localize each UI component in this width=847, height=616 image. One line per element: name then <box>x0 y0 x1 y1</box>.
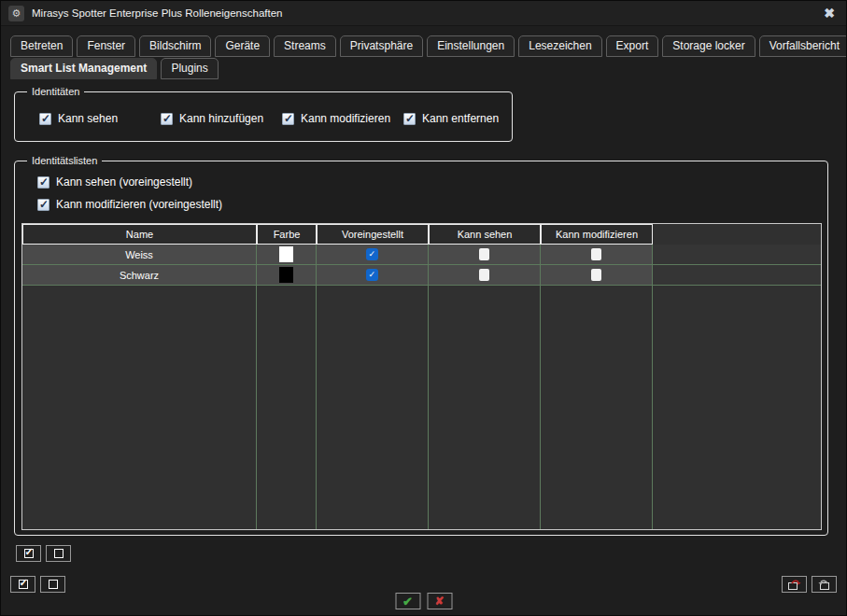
cell-name: Weiss <box>22 245 257 265</box>
checked-checkbox-icon[interactable] <box>366 248 378 260</box>
cell-voreingestellt <box>317 265 429 286</box>
deselect-all-button[interactable] <box>46 545 71 562</box>
main-tab-bar: Betreten Fenster Bildschirm Geräte Strea… <box>10 35 847 57</box>
x-icon: ✘ <box>434 595 444 607</box>
deselect-all-button[interactable] <box>40 576 65 593</box>
cell-voreingestellt <box>317 245 429 265</box>
tab-privatsphaere[interactable]: Privatsphäre <box>340 35 423 57</box>
tab-betreten[interactable]: Betreten <box>10 35 73 57</box>
color-swatch-white <box>279 246 293 262</box>
cell-kann-sehen <box>429 265 541 286</box>
cell-kann-modifizieren <box>541 265 653 286</box>
check-icon: ✔ <box>402 595 413 608</box>
checked-checkbox-icon <box>37 199 49 211</box>
checkbox-label: Kann modifizieren (voreingestellt) <box>56 198 222 211</box>
select-all-button[interactable] <box>16 545 41 562</box>
cell-filler <box>653 245 821 265</box>
cell-kann-modifizieren <box>541 245 653 265</box>
table-header-row: Name Farbe Voreingestellt Kann sehen Kan… <box>22 224 821 245</box>
checkbox-kann-entfernen[interactable]: Kann entfernen <box>403 112 525 125</box>
tab-lesezeichen[interactable]: Lesezeichen <box>518 35 601 57</box>
column-header-farbe[interactable]: Farbe <box>257 224 317 245</box>
tab-plugins[interactable]: Plugins <box>161 58 218 79</box>
table-selection-buttons <box>16 545 71 562</box>
tab-geraete[interactable]: Geräte <box>215 35 270 57</box>
column-header-kann-modifizieren[interactable]: Kann modifizieren <box>541 224 653 245</box>
color-swatch-black <box>279 267 293 283</box>
tab-einstellungen[interactable]: Einstellungen <box>427 35 515 57</box>
identities-group-title: Identitäten <box>27 85 84 99</box>
empty-checkbox-icon <box>54 549 64 558</box>
checkbox-kann-modifizieren-voreingestellt[interactable]: Kann modifizieren (voreingestellt) <box>37 198 222 211</box>
cell-filler <box>653 265 821 286</box>
cell-color <box>257 265 317 286</box>
tab-storage-locker[interactable]: Storage locker <box>662 35 755 57</box>
undo-button[interactable] <box>812 576 837 593</box>
table-row[interactable]: Weiss <box>22 245 821 265</box>
checked-checkbox-icon <box>161 113 173 125</box>
identities-groupbox: Identitäten Kann sehen Kann hinzufügen K… <box>14 91 513 142</box>
dialog-selection-buttons <box>10 576 65 593</box>
checkbox-kann-sehen[interactable]: Kann sehen <box>39 112 161 125</box>
window-title: Mirasys Spotter Enterprise Plus Rollenei… <box>32 7 282 19</box>
cell-name: Schwarz <box>22 265 257 286</box>
ok-button[interactable]: ✔ <box>395 593 420 609</box>
checkbox-label: Kann hinzufügen <box>179 112 263 125</box>
sub-tab-bar: Smart List Management Plugins <box>10 58 219 79</box>
checked-checkbox-icon <box>403 113 416 125</box>
tab-fenster[interactable]: Fenster <box>77 35 135 57</box>
checkbox-label: Kann modifizieren <box>301 112 390 125</box>
column-header-filler <box>653 224 821 245</box>
checkbox-label: Kann sehen (voreingestellt) <box>56 175 192 189</box>
undo-arrow-box-icon <box>817 579 832 591</box>
checked-checkbox-icon <box>24 549 34 558</box>
close-icon[interactable]: ✖ <box>820 6 839 21</box>
identity-lists-group-title: Identitätslisten <box>27 154 102 168</box>
checkbox-kann-sehen-voreingestellt[interactable]: Kann sehen (voreingestellt) <box>37 175 192 189</box>
redo-button[interactable] <box>782 576 807 593</box>
checkbox-kann-hinzufuegen[interactable]: Kann hinzufügen <box>161 112 282 125</box>
dialog-window: ⚙ Mirasys Spotter Enterprise Plus Rollen… <box>0 0 847 616</box>
redo-arrow-box-icon <box>787 579 802 591</box>
identity-lists-table: Name Farbe Voreingestellt Kann sehen Kan… <box>21 223 822 530</box>
checked-checkbox-icon[interactable] <box>366 269 378 281</box>
confirm-buttons: ✔ ✘ <box>395 593 452 609</box>
title-bar: ⚙ Mirasys Spotter Enterprise Plus Rollen… <box>1 1 846 26</box>
checked-checkbox-icon <box>39 113 51 125</box>
checked-checkbox-icon <box>37 176 49 189</box>
gear-icon: ⚙ <box>8 6 24 21</box>
table-empty-area <box>22 286 821 529</box>
checkbox-kann-modifizieren[interactable]: Kann modifizieren <box>282 112 403 125</box>
empty-checkbox-icon <box>49 580 58 589</box>
tab-vorfallsbericht[interactable]: Vorfallsbericht <box>759 35 847 57</box>
unchecked-checkbox-icon[interactable] <box>591 269 601 281</box>
tab-smart-list-management[interactable]: Smart List Management <box>10 58 157 79</box>
identity-lists-groupbox: Identitätslisten Kann sehen (voreingeste… <box>14 161 828 536</box>
cancel-button[interactable]: ✘ <box>427 593 452 609</box>
tab-streams[interactable]: Streams <box>274 35 336 57</box>
cell-color <box>257 245 317 265</box>
revert-buttons <box>782 576 837 593</box>
unchecked-checkbox-icon[interactable] <box>591 248 601 260</box>
select-all-button[interactable] <box>10 576 35 593</box>
unchecked-checkbox-icon[interactable] <box>479 269 489 281</box>
checkbox-label: Kann entfernen <box>422 112 499 125</box>
column-header-kann-sehen[interactable]: Kann sehen <box>429 224 541 245</box>
checkbox-label: Kann sehen <box>58 112 118 125</box>
checked-checkbox-icon <box>282 113 294 125</box>
cell-kann-sehen <box>429 245 541 265</box>
tab-bildschirm[interactable]: Bildschirm <box>139 35 211 57</box>
column-header-voreingestellt[interactable]: Voreingestellt <box>317 224 429 245</box>
table-row[interactable]: Schwarz <box>22 265 821 286</box>
unchecked-checkbox-icon[interactable] <box>479 248 489 260</box>
checked-checkbox-icon <box>19 580 28 589</box>
column-header-name[interactable]: Name <box>22 224 257 245</box>
tab-export[interactable]: Export <box>606 35 659 57</box>
